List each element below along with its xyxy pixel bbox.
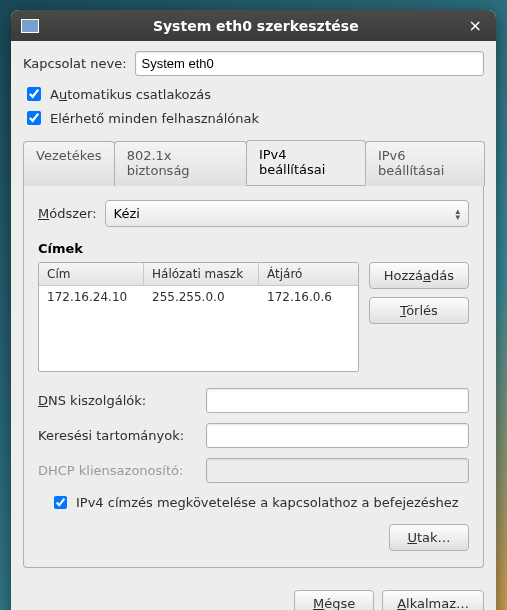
window: System eth0 szerkesztése × Kapcsolat nev… (11, 10, 496, 610)
connection-name-label: Kapcsolat neve: (23, 56, 127, 71)
tab-ipv6[interactable]: IPv6 beállításai (365, 141, 485, 186)
addresses-label: Címek (38, 241, 469, 256)
method-combo[interactable]: Kézi ▴▾ (105, 200, 469, 227)
method-label: Módszer: (38, 206, 97, 221)
auto-connect-label: Automatikus csatlakozás (50, 87, 211, 102)
available-all-label: Elérhető minden felhasználónak (50, 111, 259, 126)
tab-ipv4[interactable]: IPv4 beállításai (246, 140, 366, 185)
window-title: System eth0 szerkesztése (47, 18, 465, 34)
titlebar[interactable]: System eth0 szerkesztése × (11, 10, 496, 41)
search-domains-input[interactable] (206, 423, 469, 448)
tabs: Vezetékes 802.1x biztonság IPv4 beállítá… (23, 140, 484, 186)
cell-address: 172.16.24.10 (39, 286, 144, 308)
cancel-button[interactable]: Mégse (294, 590, 374, 610)
method-value: Kézi (114, 206, 456, 221)
content: Kapcsolat neve: Automatikus csatlakozás … (11, 41, 496, 580)
cell-gateway: 172.16.0.6 (259, 286, 358, 308)
close-icon[interactable]: × (465, 16, 486, 35)
dhcp-client-id-label: DHCP kliensazonosító: (38, 463, 198, 478)
cell-netmask: 255.255.0.0 (144, 286, 259, 308)
ipv4-panel: Módszer: Kézi ▴▾ Címek Cím Hálózati masz… (23, 186, 484, 568)
header-gateway[interactable]: Átjáró (259, 263, 358, 285)
search-domains-label: Keresési tartományok: (38, 428, 198, 443)
dns-label: DNS kiszolgálók: (38, 393, 198, 408)
apply-button[interactable]: Alkalmaz… (382, 590, 484, 610)
network-icon (21, 19, 39, 33)
footer: Mégse Alkalmaz… (11, 580, 496, 610)
available-all-checkbox[interactable] (27, 111, 41, 125)
require-ipv4-checkbox[interactable] (54, 496, 67, 509)
dns-input[interactable] (206, 388, 469, 413)
delete-button[interactable]: Törlés (369, 297, 469, 324)
tab-wired[interactable]: Vezetékes (23, 141, 115, 186)
table-row[interactable]: 172.16.24.10 255.255.0.0 172.16.0.6 (39, 286, 358, 308)
header-address[interactable]: Cím (39, 263, 144, 285)
chevron-updown-icon: ▴▾ (455, 208, 460, 220)
auto-connect-checkbox[interactable] (27, 87, 41, 101)
require-ipv4-label: IPv4 címzés megkövetelése a kapcsolathoz… (76, 495, 459, 510)
addresses-table[interactable]: Cím Hálózati maszk Átjáró 172.16.24.10 2… (38, 262, 359, 372)
tab-security[interactable]: 802.1x biztonság (114, 141, 247, 186)
connection-name-input[interactable] (135, 51, 484, 76)
add-button[interactable]: Hozzáadás (369, 262, 469, 289)
dhcp-client-id-input (206, 458, 469, 483)
header-netmask[interactable]: Hálózati maszk (144, 263, 259, 285)
routes-button[interactable]: Utak… (389, 524, 469, 551)
table-header: Cím Hálózati maszk Átjáró (39, 263, 358, 286)
